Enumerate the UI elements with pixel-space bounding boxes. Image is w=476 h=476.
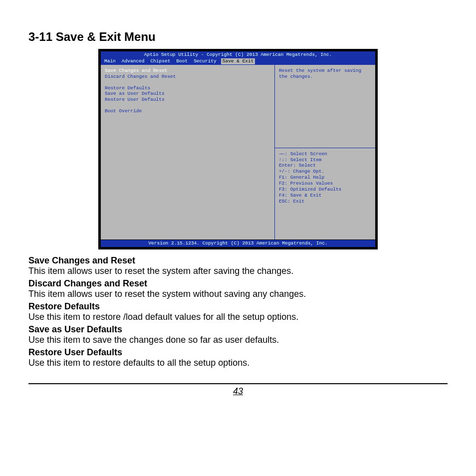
- desc-block: Restore Defaults Use this item to restor…: [28, 301, 448, 322]
- desc-text: This item allows user to reset the syste…: [28, 266, 448, 276]
- menu-item-save-user-defaults[interactable]: Save as User Defaults: [105, 91, 270, 97]
- tab-main[interactable]: Main: [103, 58, 117, 64]
- page-number: 43: [28, 386, 448, 397]
- desc-block: Save as User Defaults Use this item to s…: [28, 324, 448, 345]
- bios-body: Save Changes and Reset Discard Changes a…: [101, 65, 375, 239]
- desc-title: Restore User Defaults: [28, 347, 448, 358]
- key-hint-f2: F2: Previous Values: [279, 181, 371, 187]
- bios-key-hints: →←: Select Screen ↑↓: Select Item Enter:…: [275, 148, 375, 239]
- menu-item-restore-user-defaults[interactable]: Restore User Defaults: [105, 97, 270, 103]
- page-divider: [28, 383, 448, 384]
- key-hint-f1: F1: General Help: [279, 175, 371, 181]
- menu-item-save-changes-reset[interactable]: Save Changes and Reset: [105, 68, 270, 74]
- key-hint-esc: ESC: Exit: [279, 199, 371, 205]
- desc-block: Discard Changes and Reset This item allo…: [28, 278, 448, 299]
- key-hint-enter: Enter: Select: [279, 163, 371, 169]
- desc-text: Use this item to restore defaults to all…: [28, 358, 448, 368]
- desc-text: Use this item to save the changes done s…: [28, 335, 448, 345]
- bios-tab-bar: Main Advanced Chipset Boot Security Save…: [101, 58, 375, 65]
- bios-window: Aptio Setup Utility - Copyright (C) 2013…: [100, 51, 376, 247]
- desc-text: Use this item to restore /load default v…: [28, 312, 448, 322]
- bios-header: Aptio Setup Utility - Copyright (C) 2013…: [101, 51, 375, 58]
- desc-text: This item allows user to reset the syste…: [28, 289, 448, 299]
- menu-item-restore-defaults[interactable]: Restore Defaults: [105, 85, 270, 91]
- desc-block: Restore User Defaults Use this item to r…: [28, 347, 448, 368]
- tab-advanced[interactable]: Advanced: [120, 58, 146, 64]
- desc-block: Save Changes and Reset This item allows …: [28, 255, 448, 276]
- desc-title: Save Changes and Reset: [28, 255, 448, 266]
- bios-footer: Version 2.15.1234. Copyright (C) 2013 Am…: [101, 239, 375, 247]
- descriptions-section: Save Changes and Reset This item allows …: [28, 255, 448, 368]
- bios-help-panel: Reset the system after saving the change…: [275, 65, 375, 239]
- tab-chipset[interactable]: Chipset: [149, 58, 172, 64]
- menu-item-discard-changes-reset[interactable]: Discard Changes and Reset: [105, 74, 270, 80]
- bios-menu-panel: Save Changes and Reset Discard Changes a…: [101, 65, 275, 239]
- menu-spacer: [105, 103, 270, 108]
- desc-title: Save as User Defaults: [28, 324, 448, 335]
- bios-screenshot: Aptio Setup Utility - Copyright (C) 2013…: [98, 49, 378, 249]
- document-page: 3-11 Save & Exit Menu Aptio Setup Utilit…: [28, 0, 448, 412]
- key-hint-select-screen: →←: Select Screen: [279, 151, 371, 157]
- key-hint-f4: F4: Save & Exit: [279, 193, 371, 199]
- menu-item-boot-override[interactable]: Boot Override: [105, 108, 270, 114]
- tab-save-exit[interactable]: Save & Exit: [221, 58, 255, 64]
- tab-boot[interactable]: Boot: [175, 58, 189, 64]
- bios-help-description: Reset the system after saving the change…: [275, 65, 375, 148]
- key-hint-change: +/-: Change Opt.: [279, 169, 371, 175]
- key-hint-f3: F3: Optimized Defaults: [279, 187, 371, 193]
- desc-title: Restore Defaults: [28, 301, 448, 312]
- tab-security[interactable]: Security: [192, 58, 218, 64]
- desc-title: Discard Changes and Reset: [28, 278, 448, 289]
- key-hint-select-item: ↑↓: Select Item: [279, 157, 371, 163]
- section-title: 3-11 Save & Exit Menu: [28, 30, 448, 44]
- menu-spacer: [105, 80, 270, 85]
